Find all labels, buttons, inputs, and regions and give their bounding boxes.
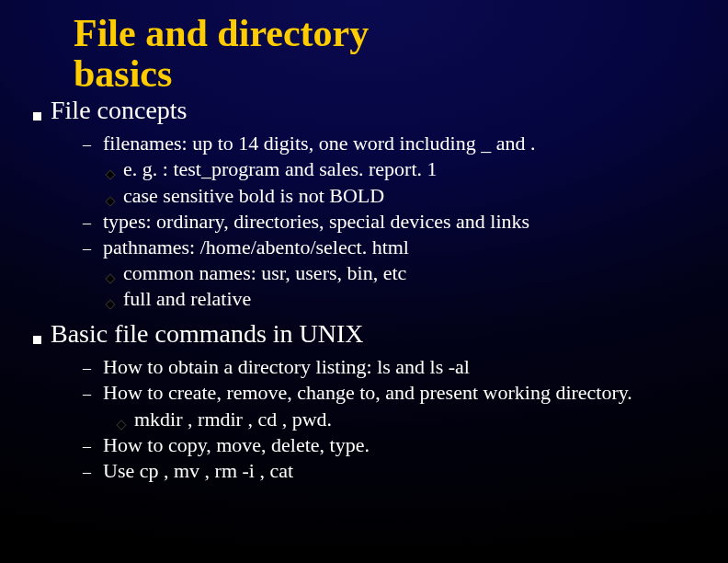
section-1-list: – filenames: up to 14 digits, one word i…: [83, 131, 700, 312]
dash-bullet-icon: –: [83, 134, 94, 155]
diamond-bullet-icon: [116, 419, 126, 430]
dash-bullet-icon: –: [83, 358, 94, 379]
dash-bullet-icon: –: [83, 213, 94, 234]
subsub-list: common names: usr, users, bin, etc full …: [107, 260, 700, 312]
item-text: e. g. : test_program and sales. report. …: [123, 156, 438, 182]
item-text: full and relative: [123, 286, 251, 312]
square-bullet-icon: [33, 112, 41, 121]
list-item: – pathnames: /home/abento/select. html: [83, 235, 700, 260]
dash-bullet-icon: –: [83, 462, 94, 483]
list-item: mkdir , rmdir , cd , pwd.: [107, 407, 700, 432]
section-2-row: Basic file commands in UNIX: [33, 319, 700, 349]
list-item: – types: ordinary, directories, special …: [83, 209, 700, 235]
item-text: How to obtain a directory listing: ls an…: [103, 354, 700, 380]
list-item: – Use cp , mv , rm -i , cat: [83, 458, 700, 484]
title-line-2: basics: [74, 52, 172, 95]
diamond-bullet-icon: [105, 299, 115, 309]
dash-bullet-icon: –: [83, 384, 94, 405]
dash-bullet-icon: –: [83, 238, 94, 259]
subsub-list: e. g. : test_program and sales. report. …: [107, 156, 700, 208]
list-item: – How to copy, move, delete, type.: [83, 432, 700, 458]
list-item: common names: usr, users, bin, etc: [107, 260, 700, 286]
list-item: – How to create, remove, change to, and …: [83, 380, 700, 406]
title-line-1: File and directory: [74, 12, 369, 54]
diamond-bullet-icon: [105, 170, 115, 180]
item-text: mkdir , rmdir , cd , pwd.: [134, 407, 332, 432]
dash-bullet-icon: –: [83, 436, 94, 457]
subsub-list: mkdir , rmdir , cd , pwd.: [107, 407, 700, 432]
section-1-heading: File concepts: [51, 96, 188, 125]
section-1-row: File concepts: [33, 96, 700, 125]
square-bullet-icon: [33, 336, 41, 344]
slide-title: File and directory basics: [74, 13, 700, 94]
diamond-bullet-icon: [105, 273, 115, 283]
item-text: common names: usr, users, bin, etc: [123, 260, 406, 286]
item-text: filenames: up to 14 digits, one word inc…: [103, 131, 700, 156]
item-text: case sensitive bold is not BOLD: [123, 183, 384, 209]
list-item: case sensitive bold is not BOLD: [107, 183, 700, 209]
section-2-heading: Basic file commands in UNIX: [51, 319, 364, 349]
diamond-bullet-icon: [105, 196, 115, 206]
list-item: – filenames: up to 14 digits, one word i…: [83, 131, 700, 156]
list-item: full and relative: [107, 286, 700, 312]
item-text: Use cp , mv , rm -i , cat: [103, 458, 700, 484]
list-item: – How to obtain a directory listing: ls …: [83, 354, 700, 380]
item-text: pathnames: /home/abento/select. html: [103, 235, 700, 260]
item-text: How to create, remove, change to, and pr…: [103, 380, 700, 406]
list-item: e. g. : test_program and sales. report. …: [107, 156, 700, 182]
section-2-list: – How to obtain a directory listing: ls …: [83, 354, 700, 484]
item-text: How to copy, move, delete, type.: [103, 432, 700, 458]
item-text: types: ordinary, directories, special de…: [103, 209, 700, 235]
